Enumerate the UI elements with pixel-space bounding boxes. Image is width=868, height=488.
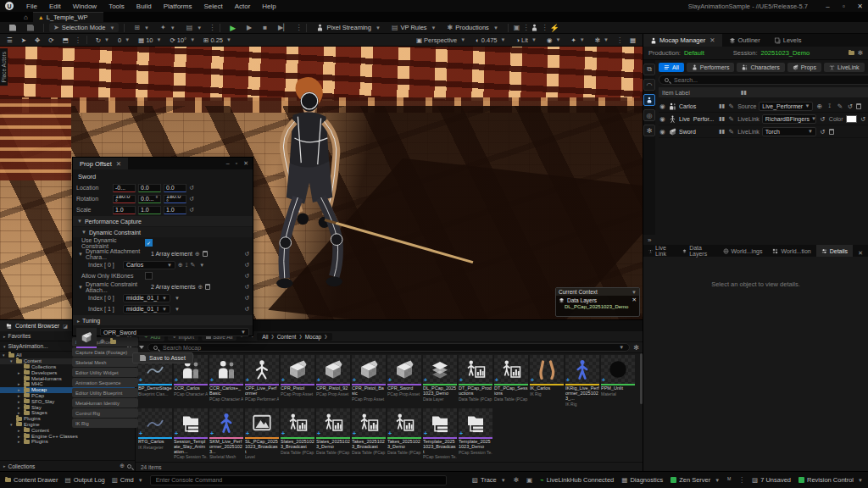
content-drawer-button[interactable]: Content Drawer <box>5 476 58 484</box>
open-folder-icon[interactable] <box>110 340 116 344</box>
delete-trash-icon[interactable] <box>829 129 834 135</box>
edit-icon[interactable]: ✎ <box>836 103 843 110</box>
secondary-dropdown-icon[interactable]: ▼ <box>175 307 180 312</box>
cinematics-dropdown[interactable]: ▤▼ <box>182 23 207 32</box>
diagnostics-button[interactable]: ▦Diagnostics <box>621 476 663 484</box>
search-icon[interactable] <box>127 464 131 469</box>
expand-arrow-icon[interactable]: ▸ <box>18 381 22 386</box>
mocap-performer[interactable] <box>250 74 369 292</box>
tuning-section[interactable]: ▸Tuning <box>73 315 253 325</box>
add-collection-icon[interactable]: ⊕ <box>120 463 125 469</box>
character-dropdown[interactable]: Carlos▼ <box>123 261 175 269</box>
reset-icon[interactable]: ↺ <box>189 207 194 214</box>
reset-icon[interactable]: ↺ <box>189 196 194 202</box>
menu-item[interactable]: Tools <box>103 3 131 10</box>
asset-tile[interactable]: + DL_PCap_20251023_Demo Data Layer <box>423 355 457 407</box>
livelinkhub-status[interactable]: ⌁LiveLinkHub Connected <box>540 476 614 484</box>
play-frame-button[interactable]: ▶ <box>242 23 256 32</box>
tree-folder-row[interactable]: ▸ Engine C++ Classes <box>0 433 135 439</box>
pause-icon[interactable]: ▮▮ <box>719 128 725 135</box>
asset-tile[interactable]: + Template_20251023_Broadcast PCap Sessi… <box>423 408 457 460</box>
world-snap-dropdown[interactable]: ↻▼ <box>93 36 112 44</box>
breadcrumb-item[interactable]: Mocap <box>305 334 328 340</box>
minimize-button[interactable]: – <box>820 1 836 12</box>
asset-tile[interactable]: + DT_PCap_Sessions Data Table (PCap S... <box>494 355 528 407</box>
reset-color-icon[interactable]: ↺ <box>860 115 867 123</box>
reset-icon[interactable]: ↺ <box>244 273 249 280</box>
home-icon[interactable]: ⌂ <box>24 14 28 21</box>
target-icon[interactable]: ◎ <box>643 109 655 121</box>
browse-session-folder-icon[interactable] <box>849 51 854 55</box>
mocap-search-input[interactable] <box>672 76 868 84</box>
lit-dropdown[interactable]: ◑ Lit▼ <box>514 36 539 44</box>
advance-button[interactable]: ▶▏ <box>274 23 292 32</box>
minimize-icon[interactable]: – <box>226 160 230 167</box>
browse-to-asset-icon[interactable]: ⊕ <box>100 338 105 345</box>
mocap-search[interactable] <box>659 75 868 85</box>
move-tool[interactable]: ✥ <box>32 36 42 44</box>
reset-icon[interactable]: ↺ <box>244 295 249 302</box>
reset-icon[interactable]: ↺ <box>189 185 194 191</box>
pause-icon[interactable]: ▮▮ <box>719 103 725 109</box>
asset-tile[interactable]: + Session_Template_Slay_Animation... PCa… <box>174 408 208 460</box>
expand-arrow-icon[interactable]: ▸ <box>18 434 22 439</box>
panel-tab[interactable]: Mocap Manager✕ <box>643 34 722 47</box>
expand-arrow-icon[interactable]: ▸ <box>18 393 22 398</box>
details-tab[interactable]: Details <box>816 245 853 257</box>
details-tab[interactable]: Live Link <box>643 245 677 257</box>
menu-item[interactable]: Window <box>67 3 103 10</box>
recompile-icon[interactable]: ⚡ <box>549 24 559 32</box>
chevron-down-icon[interactable]: ▼ <box>632 290 637 295</box>
asset-tile[interactable]: + Template_20251023_Demo PCap Session Te… <box>459 408 492 460</box>
clear-array-icon[interactable] <box>205 284 210 290</box>
expand-arrow-icon[interactable]: ▸ <box>18 399 22 404</box>
asset-tile[interactable]: + RTG_Carlos IK Retargeter <box>138 408 172 460</box>
close-details-icon[interactable]: ✕ <box>853 250 868 257</box>
filter-button[interactable]: All <box>659 63 684 72</box>
edit-pencil-icon[interactable]: ✎ <box>727 128 735 136</box>
screenshot-icon[interactable]: ▣ <box>526 476 532 484</box>
retarget-icon[interactable]: ⟟ <box>826 102 833 110</box>
menu-item[interactable]: Select <box>198 3 228 10</box>
surface-snap[interactable]: 0▼ <box>115 36 132 44</box>
select-tool[interactable]: ➤ <box>19 36 29 44</box>
restore-button[interactable]: ▫ <box>836 1 852 12</box>
play-button[interactable]: ▶ <box>225 23 240 33</box>
binding-dropdown[interactable]: Torch▼ <box>762 127 816 136</box>
scale-tool[interactable]: ⬒ <box>60 36 71 44</box>
expand-arrow-icon[interactable]: ▾ <box>10 358 14 363</box>
pause-all-icon[interactable]: ▮▮ <box>741 89 747 96</box>
rotation-snap-dropdown[interactable]: ⟳ 10°▼ <box>167 36 198 44</box>
maximize-viewport-icon[interactable]: ▦ <box>627 36 638 44</box>
asset-tile[interactable]: + SKM_Live_Performer_20251023... Skeleta… <box>209 408 243 460</box>
menu-item[interactable]: File <box>20 3 43 10</box>
filter-button[interactable]: LiveLink <box>824 63 865 72</box>
session-value[interactable]: 20251023_Demo <box>761 49 810 57</box>
reset-icon[interactable]: ↺ <box>846 103 854 110</box>
performers-mode-icon[interactable] <box>643 94 655 106</box>
expand-arrow-icon[interactable]: ▸ <box>18 387 22 392</box>
breadcrumb-item[interactable]: Content <box>277 334 303 340</box>
reset-icon[interactable]: ↺ <box>244 306 249 313</box>
asset-tile[interactable]: + SL_PCap_20251023_Broadcast Level <box>245 408 279 460</box>
secondary-dropdown-icon[interactable]: ▼ <box>175 296 180 301</box>
stop-button[interactable]: ■ <box>259 23 271 32</box>
asset-tile[interactable]: + DT_PCap_Productions Data Table (PCap P… <box>459 355 492 407</box>
expand-arrow-icon[interactable]: ▸ <box>18 439 22 444</box>
close-button[interactable]: ✕ <box>852 1 868 12</box>
asset-tile[interactable]: + IKRig_Live_Performer_20251023_... IK R… <box>565 355 599 407</box>
edit-pencil-icon[interactable]: ✎ <box>727 115 735 123</box>
show-flags-dropdown[interactable]: ◉▼ <box>544 36 564 44</box>
prop-offset-titlebar[interactable]: Prop Offset ✕ – ▫ ✕ <box>73 158 253 169</box>
clear-array-icon[interactable] <box>203 251 208 257</box>
mocap-item-row[interactable]: ◉ Sword ▮▮ ✎ LiveLink Torch▼ ⊕ ⟟ ✎ ↺ Col… <box>659 125 868 138</box>
add-element-icon[interactable]: ⊕ <box>198 284 203 291</box>
console-input-box[interactable] <box>150 475 447 485</box>
close-tab-icon[interactable]: ✕ <box>709 36 715 44</box>
trace-dropdown[interactable]: ▧Trace▼ <box>472 476 506 484</box>
production-value[interactable]: Default <box>684 49 704 57</box>
asset-tile[interactable]: + CPR_Pistol_92 PCap Prop Asset <box>316 355 350 407</box>
view-settings-gear-icon[interactable]: ✻ <box>633 344 639 352</box>
edit-pencil-icon[interactable]: ✎ <box>190 262 195 269</box>
settings-gear-icon[interactable]: ✻ <box>514 476 519 484</box>
